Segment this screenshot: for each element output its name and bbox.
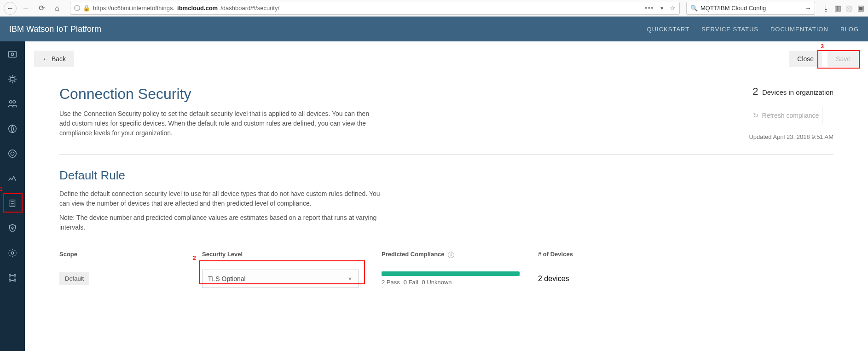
svg-point-5 <box>9 125 17 133</box>
nav-documentation[interactable]: DOCUMENTATION <box>770 26 828 33</box>
default-rule-desc1: Define the default connection security l… <box>59 189 382 208</box>
app-title: IBM Watson IoT Platform <box>9 24 101 34</box>
legend-unknown: 0 Unknown <box>422 279 452 286</box>
annotation-label-1: 1 <box>0 186 3 192</box>
info-icon[interactable]: i <box>448 252 454 258</box>
sidebar-item-security[interactable] <box>6 222 19 235</box>
info-icon: ⓘ <box>74 4 80 12</box>
sidebar-item-rules[interactable] <box>6 197 19 210</box>
main-content: Back Close Save 3 Connection Security Us… <box>25 41 868 351</box>
svg-rect-2 <box>11 77 14 81</box>
app-header: IBM Watson IoT Platform QUICKSTART SERVI… <box>0 17 868 41</box>
refresh-compliance-button[interactable]: ↻ Refresh compliance <box>749 107 822 124</box>
security-level-select[interactable]: TLS Optional ▼ <box>202 270 359 288</box>
sidebar-item-settings[interactable] <box>6 247 19 259</box>
sidebar-icon[interactable]: ▧ <box>846 4 853 12</box>
compliance-bar <box>382 271 520 276</box>
sidebar-item-members[interactable] <box>6 98 19 110</box>
default-rule-desc2: Note: The device number and predicted co… <box>59 213 382 232</box>
sidebar: 1 <box>0 41 25 351</box>
org-summary: 2 Devices in organization ↻ Refresh comp… <box>749 86 833 140</box>
svg-rect-0 <box>9 52 17 58</box>
refresh-icon: ↻ <box>753 112 758 119</box>
chevron-down-icon: ▼ <box>347 276 353 282</box>
svg-point-4 <box>13 101 15 104</box>
close-button[interactable]: Close <box>789 51 822 67</box>
svg-point-3 <box>10 101 12 104</box>
col-scope: Scope <box>59 246 202 263</box>
svg-point-6 <box>9 150 17 158</box>
sidebar-item-extensions[interactable] <box>6 271 19 284</box>
sidebar-item-access[interactable] <box>6 147 19 160</box>
pocket-icon[interactable]: ▾ <box>660 5 664 12</box>
nav-blog[interactable]: BLOG <box>840 26 859 33</box>
go-icon[interactable]: → <box>805 5 811 12</box>
url-prefix: https://uc6bmi.internetofthings. <box>93 5 174 12</box>
more-icon[interactable]: ••• <box>645 5 654 12</box>
legend-pass: 2 Pass <box>382 279 400 286</box>
org-count: 2 <box>752 86 758 97</box>
col-compliance-label: Predicted Compliance <box>382 251 445 258</box>
svg-point-1 <box>11 53 14 56</box>
org-label: Devices in organization <box>762 88 833 96</box>
back-button[interactable]: Back <box>34 51 74 67</box>
url-domain: ibmcloud.com <box>177 5 218 12</box>
section-title-default-rule: Default Rule <box>59 168 833 183</box>
svg-point-9 <box>12 227 13 229</box>
svg-point-13 <box>9 280 11 282</box>
device-count-cell: 2 devices <box>538 263 833 294</box>
browser-search[interactable]: 🔍 MQTT/IBM Cloud Config → <box>686 2 815 15</box>
svg-point-11 <box>9 275 11 276</box>
svg-point-10 <box>11 252 14 254</box>
security-level-value: TLS Optional <box>208 275 246 282</box>
download-icon[interactable]: ⭳ <box>822 4 830 12</box>
col-compliance: Predicted Compliance i <box>382 246 538 263</box>
updated-timestamp: Updated April 23, 2018 9:51 AM <box>749 133 833 140</box>
browser-toolbar: ← → ⟳ ⌂ ⓘ 🔒 https://uc6bmi.internetofthi… <box>0 0 868 17</box>
scope-chip: Default <box>59 272 89 285</box>
url-bar[interactable]: ⓘ 🔒 https://uc6bmi.internetofthings.ibmc… <box>70 2 680 15</box>
legend-fail: 0 Fail <box>404 279 418 286</box>
annotation-label-2: 2 <box>193 255 196 261</box>
star-icon[interactable]: ☆ <box>670 5 676 12</box>
annotation-label-3: 3 <box>821 43 824 50</box>
default-rule-table: Scope Security Level Predicted Complianc… <box>59 246 833 294</box>
sidebar-item-devices[interactable] <box>6 73 19 86</box>
back-nav-icon[interactable]: ← <box>4 2 17 15</box>
compliance-legend: 2 Pass 0 Fail 0 Unknown <box>382 279 538 286</box>
panel-icon[interactable]: ▣ <box>857 4 864 12</box>
page-title: Connection Security <box>59 86 382 103</box>
header-nav: QUICKSTART SERVICE STATUS DOCUMENTATION … <box>647 26 859 33</box>
page-description: Use the Connection Security policy to se… <box>59 109 382 138</box>
sidebar-item-apps[interactable] <box>6 122 19 135</box>
col-security-level: Security Level <box>202 246 382 263</box>
col-devices: # of Devices <box>538 246 833 263</box>
search-icon: 🔍 <box>690 5 698 12</box>
search-text: MQTT/IBM Cloud Config <box>700 5 802 12</box>
library-icon[interactable]: ▥ <box>834 4 841 12</box>
lock-icon: 🔒 <box>83 5 90 12</box>
svg-point-7 <box>11 152 14 155</box>
reload-icon[interactable]: ⟳ <box>35 2 48 15</box>
url-suffix: /dashboard/#/security/ <box>220 5 279 12</box>
sidebar-item-overview[interactable] <box>6 48 19 61</box>
save-button[interactable]: Save <box>827 51 859 67</box>
refresh-label: Refresh compliance <box>762 112 819 119</box>
svg-point-12 <box>14 275 16 276</box>
nav-quickstart[interactable]: QUICKSTART <box>647 26 690 33</box>
home-icon[interactable]: ⌂ <box>51 2 64 15</box>
table-row: Default TLS Optional ▼ 2 <box>59 263 833 294</box>
forward-nav-icon: → <box>19 2 32 15</box>
nav-servicestatus[interactable]: SERVICE STATUS <box>701 26 758 33</box>
sidebar-item-usage[interactable] <box>6 172 19 185</box>
svg-point-14 <box>14 280 16 282</box>
page-actions: Back Close Save <box>25 41 868 67</box>
